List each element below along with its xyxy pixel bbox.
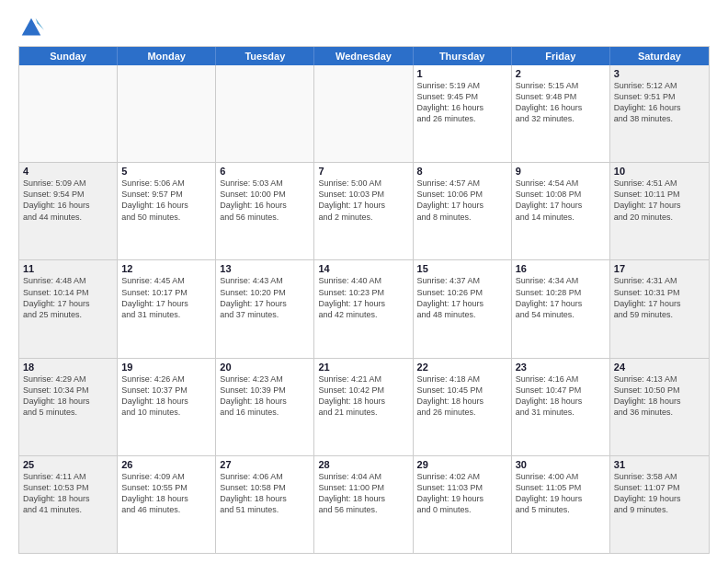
cell-info: Sunrise: 4:04 AM Sunset: 11:00 PM Daylig… bbox=[318, 471, 408, 516]
cell-info: Sunrise: 4:18 AM Sunset: 10:45 PM Daylig… bbox=[417, 373, 507, 419]
cal-cell: 28Sunrise: 4:04 AM Sunset: 11:00 PM Dayl… bbox=[314, 456, 413, 553]
day-number: 4 bbox=[23, 166, 113, 177]
day-number: 9 bbox=[516, 166, 606, 177]
cell-info: Sunrise: 5:09 AM Sunset: 9:54 PM Dayligh… bbox=[23, 178, 113, 223]
cell-info: Sunrise: 4:02 AM Sunset: 11:03 PM Daylig… bbox=[417, 471, 507, 516]
cell-info: Sunrise: 4:34 AM Sunset: 10:28 PM Daylig… bbox=[516, 275, 606, 320]
cal-cell bbox=[314, 65, 413, 162]
cell-info: Sunrise: 5:12 AM Sunset: 9:51 PM Dayligh… bbox=[614, 80, 705, 125]
day-number: 26 bbox=[121, 459, 211, 470]
cell-info: Sunrise: 4:40 AM Sunset: 10:23 PM Daylig… bbox=[318, 275, 408, 320]
cal-cell: 2Sunrise: 5:15 AM Sunset: 9:48 PM Daylig… bbox=[512, 65, 610, 162]
week-row-1: 1Sunrise: 5:19 AM Sunset: 9:45 PM Daylig… bbox=[19, 65, 709, 163]
day-number: 13 bbox=[220, 263, 310, 274]
cal-cell: 18Sunrise: 4:29 AM Sunset: 10:34 PM Dayl… bbox=[19, 359, 118, 455]
cal-cell: 30Sunrise: 4:00 AM Sunset: 11:05 PM Dayl… bbox=[512, 456, 610, 553]
cell-info: Sunrise: 4:54 AM Sunset: 10:08 PM Daylig… bbox=[516, 178, 606, 223]
cal-cell bbox=[118, 65, 216, 162]
cal-cell: 13Sunrise: 4:43 AM Sunset: 10:20 PM Dayl… bbox=[216, 260, 314, 357]
header-day-wednesday: Wednesday bbox=[314, 47, 413, 65]
cell-info: Sunrise: 4:45 AM Sunset: 10:17 PM Daylig… bbox=[121, 275, 211, 320]
header-day-saturday: Saturday bbox=[610, 47, 709, 65]
cal-cell: 26Sunrise: 4:09 AM Sunset: 10:55 PM Dayl… bbox=[118, 456, 216, 553]
cell-info: Sunrise: 4:23 AM Sunset: 10:39 PM Daylig… bbox=[220, 373, 310, 419]
header-day-monday: Monday bbox=[118, 47, 216, 65]
cal-cell: 14Sunrise: 4:40 AM Sunset: 10:23 PM Dayl… bbox=[314, 260, 413, 357]
calendar-body: 1Sunrise: 5:19 AM Sunset: 9:45 PM Daylig… bbox=[19, 65, 709, 553]
cell-info: Sunrise: 3:58 AM Sunset: 11:07 PM Daylig… bbox=[614, 471, 705, 516]
cal-cell: 16Sunrise: 4:34 AM Sunset: 10:28 PM Dayl… bbox=[512, 260, 610, 357]
cell-info: Sunrise: 4:00 AM Sunset: 11:05 PM Daylig… bbox=[516, 471, 606, 516]
cal-cell: 12Sunrise: 4:45 AM Sunset: 10:17 PM Dayl… bbox=[118, 260, 216, 357]
day-number: 11 bbox=[23, 263, 113, 274]
day-number: 21 bbox=[318, 362, 408, 373]
cal-cell: 23Sunrise: 4:16 AM Sunset: 10:47 PM Dayl… bbox=[512, 359, 610, 455]
cell-info: Sunrise: 4:48 AM Sunset: 10:14 PM Daylig… bbox=[23, 275, 113, 320]
cal-cell bbox=[216, 65, 314, 162]
cal-cell: 20Sunrise: 4:23 AM Sunset: 10:39 PM Dayl… bbox=[216, 359, 314, 455]
day-number: 25 bbox=[23, 459, 113, 470]
header-day-friday: Friday bbox=[512, 47, 610, 65]
cal-cell: 24Sunrise: 4:13 AM Sunset: 10:50 PM Dayl… bbox=[610, 359, 709, 455]
cal-cell: 22Sunrise: 4:18 AM Sunset: 10:45 PM Dayl… bbox=[414, 359, 512, 455]
week-row-5: 25Sunrise: 4:11 AM Sunset: 10:53 PM Dayl… bbox=[19, 456, 709, 553]
header-day-thursday: Thursday bbox=[414, 47, 512, 65]
svg-marker-0 bbox=[22, 18, 41, 36]
cell-info: Sunrise: 4:57 AM Sunset: 10:06 PM Daylig… bbox=[417, 178, 507, 223]
day-number: 28 bbox=[318, 459, 408, 470]
cell-info: Sunrise: 4:37 AM Sunset: 10:26 PM Daylig… bbox=[417, 275, 507, 320]
day-number: 5 bbox=[121, 166, 211, 177]
cell-info: Sunrise: 5:06 AM Sunset: 9:57 PM Dayligh… bbox=[121, 178, 211, 223]
cell-info: Sunrise: 4:16 AM Sunset: 10:47 PM Daylig… bbox=[516, 373, 606, 419]
cal-cell: 21Sunrise: 4:21 AM Sunset: 10:42 PM Dayl… bbox=[314, 359, 413, 455]
cell-info: Sunrise: 4:06 AM Sunset: 10:58 PM Daylig… bbox=[220, 471, 310, 516]
cal-cell: 3Sunrise: 5:12 AM Sunset: 9:51 PM Daylig… bbox=[610, 65, 709, 162]
cell-info: Sunrise: 4:31 AM Sunset: 10:31 PM Daylig… bbox=[614, 275, 705, 320]
day-number: 8 bbox=[417, 166, 507, 177]
day-number: 16 bbox=[516, 263, 606, 274]
cell-info: Sunrise: 4:26 AM Sunset: 10:37 PM Daylig… bbox=[121, 373, 211, 419]
day-number: 1 bbox=[417, 68, 507, 79]
cal-cell: 9Sunrise: 4:54 AM Sunset: 10:08 PM Dayli… bbox=[512, 163, 610, 259]
day-number: 6 bbox=[220, 166, 310, 177]
cal-cell: 31Sunrise: 3:58 AM Sunset: 11:07 PM Dayl… bbox=[610, 456, 709, 553]
cal-cell: 29Sunrise: 4:02 AM Sunset: 11:03 PM Dayl… bbox=[414, 456, 512, 553]
week-row-3: 11Sunrise: 4:48 AM Sunset: 10:14 PM Dayl… bbox=[19, 260, 709, 358]
day-number: 7 bbox=[318, 166, 408, 177]
day-number: 19 bbox=[121, 362, 211, 373]
cell-info: Sunrise: 4:43 AM Sunset: 10:20 PM Daylig… bbox=[220, 275, 310, 320]
cell-info: Sunrise: 4:51 AM Sunset: 10:11 PM Daylig… bbox=[614, 178, 705, 223]
cal-cell: 11Sunrise: 4:48 AM Sunset: 10:14 PM Dayl… bbox=[19, 260, 118, 357]
cell-info: Sunrise: 4:11 AM Sunset: 10:53 PM Daylig… bbox=[23, 471, 113, 516]
logo bbox=[18, 15, 48, 40]
header bbox=[18, 15, 710, 40]
cell-info: Sunrise: 5:15 AM Sunset: 9:48 PM Dayligh… bbox=[516, 80, 606, 125]
cal-cell: 6Sunrise: 5:03 AM Sunset: 10:00 PM Dayli… bbox=[216, 163, 314, 259]
day-number: 31 bbox=[614, 459, 705, 470]
day-number: 20 bbox=[220, 362, 310, 373]
week-row-2: 4Sunrise: 5:09 AM Sunset: 9:54 PM Daylig… bbox=[19, 163, 709, 260]
cal-cell: 19Sunrise: 4:26 AM Sunset: 10:37 PM Dayl… bbox=[118, 359, 216, 455]
week-row-4: 18Sunrise: 4:29 AM Sunset: 10:34 PM Dayl… bbox=[19, 359, 709, 456]
cal-cell: 1Sunrise: 5:19 AM Sunset: 9:45 PM Daylig… bbox=[414, 65, 512, 162]
header-day-tuesday: Tuesday bbox=[216, 47, 314, 65]
cell-info: Sunrise: 5:00 AM Sunset: 10:03 PM Daylig… bbox=[318, 178, 408, 223]
header-day-sunday: Sunday bbox=[19, 47, 118, 65]
day-number: 15 bbox=[417, 263, 507, 274]
day-number: 18 bbox=[23, 362, 113, 373]
cell-info: Sunrise: 4:29 AM Sunset: 10:34 PM Daylig… bbox=[23, 373, 113, 419]
cal-cell: 15Sunrise: 4:37 AM Sunset: 10:26 PM Dayl… bbox=[414, 260, 512, 357]
day-number: 24 bbox=[614, 362, 705, 373]
cal-cell: 7Sunrise: 5:00 AM Sunset: 10:03 PM Dayli… bbox=[314, 163, 413, 259]
cell-info: Sunrise: 4:09 AM Sunset: 10:55 PM Daylig… bbox=[121, 471, 211, 516]
day-number: 10 bbox=[614, 166, 705, 177]
cell-info: Sunrise: 4:21 AM Sunset: 10:42 PM Daylig… bbox=[318, 373, 408, 419]
cal-cell: 27Sunrise: 4:06 AM Sunset: 10:58 PM Dayl… bbox=[216, 456, 314, 553]
day-number: 29 bbox=[417, 459, 507, 470]
calendar: SundayMondayTuesdayWednesdayThursdayFrid… bbox=[18, 46, 710, 554]
calendar-header: SundayMondayTuesdayWednesdayThursdayFrid… bbox=[19, 47, 709, 65]
day-number: 27 bbox=[220, 459, 310, 470]
day-number: 2 bbox=[516, 68, 606, 79]
day-number: 23 bbox=[516, 362, 606, 373]
cell-info: Sunrise: 5:03 AM Sunset: 10:00 PM Daylig… bbox=[220, 178, 310, 223]
